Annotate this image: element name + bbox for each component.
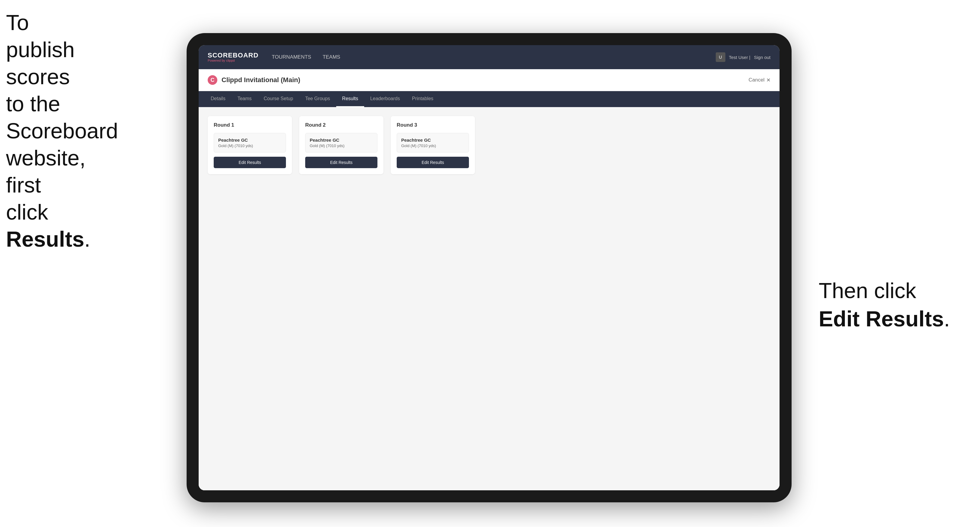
round-2-card: Round 2 Peachtree GC Gold (M) (7010 yds)…: [299, 116, 383, 174]
tournament-title-row: C Clippd Invitational (Main): [208, 75, 301, 85]
tablet-frame: SCOREBOARD Powered by clippd TOURNAMENTS…: [187, 33, 792, 502]
tab-teams[interactable]: Teams: [231, 91, 258, 107]
sign-out-link[interactable]: Sign out: [754, 55, 770, 60]
user-avatar: U: [716, 52, 725, 62]
edit-results-round-3-button[interactable]: Edit Results: [397, 157, 469, 168]
round-3-title: Round 3: [397, 122, 469, 128]
round-3-course-card: Peachtree GC Gold (M) (7010 yds): [397, 133, 469, 152]
logo-text: SCOREBOARD: [208, 52, 259, 59]
round-1-course-detail: Gold (M) (7010 yds): [218, 143, 282, 148]
tournament-header: C Clippd Invitational (Main) Cancel ✕: [199, 69, 780, 91]
round-2-course-detail: Gold (M) (7010 yds): [310, 143, 373, 148]
clippd-icon: C: [208, 75, 217, 85]
tab-printables[interactable]: Printables: [406, 91, 439, 107]
round-2-title: Round 2: [305, 122, 377, 128]
round-3-card: Round 3 Peachtree GC Gold (M) (7010 yds)…: [391, 116, 475, 174]
user-label: Test User |: [729, 55, 750, 60]
logo-area: SCOREBOARD Powered by clippd: [208, 52, 259, 62]
tab-tee-groups[interactable]: Tee Groups: [299, 91, 336, 107]
round-1-card: Round 1 Peachtree GC Gold (M) (7010 yds)…: [208, 116, 292, 174]
instruction-right: Then click Edit Results.: [819, 277, 950, 333]
tab-navigation: Details Teams Course Setup Tee Groups Re…: [199, 91, 780, 107]
round-1-title: Round 1: [214, 122, 286, 128]
top-navbar: SCOREBOARD Powered by clippd TOURNAMENTS…: [199, 45, 780, 69]
round-1-course-name: Peachtree GC: [218, 138, 282, 143]
nav-teams[interactable]: TEAMS: [321, 52, 342, 63]
round-3-course-name: Peachtree GC: [401, 138, 465, 143]
tournament-area: C Clippd Invitational (Main) Cancel ✕ De…: [199, 69, 780, 490]
content-area: Round 1 Peachtree GC Gold (M) (7010 yds)…: [199, 107, 780, 490]
tournament-title: Clippd Invitational (Main): [221, 76, 301, 84]
round-2-course-name: Peachtree GC: [310, 138, 373, 143]
nav-links: TOURNAMENTS TEAMS: [270, 52, 716, 63]
tab-results[interactable]: Results: [336, 91, 364, 107]
tablet-screen: SCOREBOARD Powered by clippd TOURNAMENTS…: [199, 45, 780, 490]
tab-course-setup[interactable]: Course Setup: [258, 91, 299, 107]
edit-results-round-1-button[interactable]: Edit Results: [214, 157, 286, 168]
instruction-left: To publish scores to the Scoreboard webs…: [6, 9, 90, 253]
tab-leaderboards[interactable]: Leaderboards: [364, 91, 406, 107]
edit-results-round-2-button[interactable]: Edit Results: [305, 157, 377, 168]
tab-details[interactable]: Details: [205, 91, 231, 107]
round-2-course-card: Peachtree GC Gold (M) (7010 yds): [305, 133, 377, 152]
round-1-course-card: Peachtree GC Gold (M) (7010 yds): [214, 133, 286, 152]
cancel-button[interactable]: Cancel ✕: [749, 77, 770, 83]
round-3-course-detail: Gold (M) (7010 yds): [401, 143, 465, 148]
nav-tournaments[interactable]: TOURNAMENTS: [270, 52, 312, 63]
logo-sub: Powered by clippd: [208, 59, 259, 62]
nav-right: U Test User | Sign out: [716, 52, 770, 62]
rounds-grid: Round 1 Peachtree GC Gold (M) (7010 yds)…: [208, 116, 770, 174]
close-icon: ✕: [766, 77, 770, 83]
